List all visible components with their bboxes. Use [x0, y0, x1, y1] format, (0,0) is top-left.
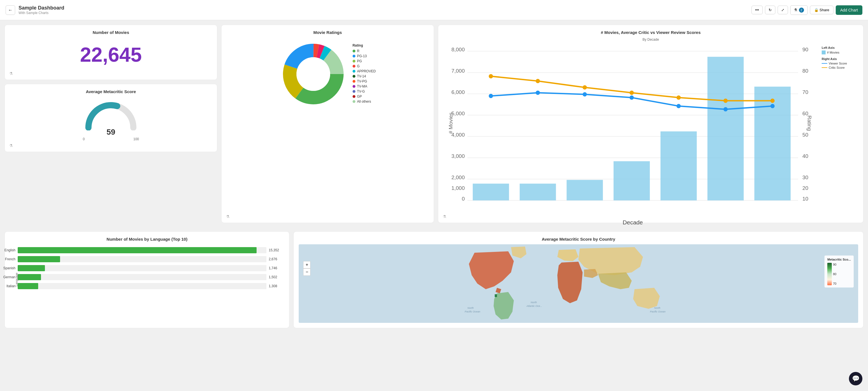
critic-line — [822, 67, 827, 68]
legend-values: 90 80 70 — [833, 263, 836, 285]
map-legend-title: Metacritic Sco... — [827, 258, 851, 261]
metacritic-filter-icon[interactable]: ⚗ — [9, 143, 13, 148]
legend-pg: PG — [352, 59, 376, 63]
legend-dot-gp — [352, 95, 355, 98]
bar-value-spanish: 1,746 — [269, 266, 281, 270]
bar-value-italian: 1,308 — [269, 284, 281, 288]
combo-filter-icon[interactable]: ⚗ — [443, 214, 446, 219]
zoom-in-button[interactable]: + — [303, 261, 310, 268]
movie-ratings-title: Movie Ratings — [226, 30, 429, 35]
bar-track-german — [18, 274, 267, 280]
legend-label-gp: GP — [357, 95, 362, 98]
donut-legend: Rating R PG-13 PG G — [352, 43, 376, 105]
svg-point-48 — [723, 107, 727, 111]
svg-text:7,000: 7,000 — [452, 68, 465, 74]
bar-row-spanish: Spanish 1,746 — [16, 265, 281, 271]
bar-row-german: German 1,502 — [16, 274, 281, 280]
legend-others: All others — [352, 100, 376, 103]
combo-chart-card: # Movies, Average Critic vs Viewer Revie… — [438, 25, 864, 223]
right-axis-section: Right Axis Viewer Score Critic Score — [822, 57, 856, 69]
legend-dot-pg — [352, 60, 355, 63]
expand-button[interactable]: ⤢ — [778, 6, 788, 14]
gauge-max: 100 — [133, 137, 139, 141]
metacritic-title: Average Metacritic Score — [10, 89, 212, 94]
refresh-button[interactable]: ↻ — [765, 6, 775, 14]
map-legend: Metacritic Sco... 90 80 70 — [825, 256, 854, 288]
svg-point-45 — [583, 92, 587, 97]
svg-text:30: 30 — [802, 174, 808, 181]
legend-dot-tvg — [352, 90, 355, 93]
svg-rect-38 — [566, 180, 603, 200]
svg-text:Pacific Ocean: Pacific Ocean — [465, 310, 480, 313]
movies-count-title: Number of Movies — [10, 30, 212, 35]
bar-label-italian: Italian — [0, 284, 16, 288]
share-button[interactable]: 🔒 Share — [810, 6, 834, 14]
bar-label-german: German — [0, 275, 16, 279]
svg-point-53 — [630, 91, 634, 95]
svg-text:# Movies: # Movies — [448, 112, 454, 134]
combo-legend: Left Axis # Movies Right Axis Viewer Sco… — [822, 43, 856, 215]
legend-critic: Critic Score — [822, 66, 856, 69]
svg-text:50: 50 — [802, 132, 808, 138]
gauge-svg — [83, 100, 139, 130]
combo-svg: 8,000 7,000 6,000 5,000 4,000 3,000 2,00… — [446, 43, 819, 214]
zoom-out-button[interactable]: − — [303, 268, 310, 276]
gauge-wrap — [83, 100, 139, 130]
legend-gp: GP — [352, 95, 376, 98]
more-button[interactable]: ••• — [751, 6, 763, 14]
legend-label-pg: PG — [357, 59, 362, 63]
donut-area: Rating R PG-13 PG G — [226, 38, 429, 110]
legend-label-tvpg: TV-PG — [357, 79, 367, 83]
combo-chart-area: 8,000 7,000 6,000 5,000 4,000 3,000 2,00… — [446, 43, 819, 215]
right-axis-label: Right Axis — [822, 57, 856, 61]
dashboard-subtitle: With Sample Charts — [19, 11, 64, 15]
back-button[interactable]: ← — [6, 5, 15, 15]
bar-fill-german — [18, 274, 41, 280]
map-svg: North Pacific Ocean North Atlantic Oce..… — [299, 244, 858, 323]
bar-row-english: English 15,352 — [16, 247, 281, 253]
legend-scale: 90 80 70 — [827, 263, 851, 285]
filter-icon: ⚗ — [794, 8, 797, 12]
svg-point-46 — [630, 95, 634, 100]
bar-value-german: 1,502 — [269, 275, 281, 279]
ratings-filter-icon[interactable]: ⚗ — [226, 214, 229, 219]
filter-button[interactable]: ⚗ 2 — [790, 5, 808, 15]
left-axis-section: Left Axis # Movies — [822, 46, 856, 55]
svg-point-50 — [489, 74, 493, 78]
viewer-line — [822, 63, 827, 64]
bar-track-spanish — [18, 265, 267, 271]
legend-label-tvg: TV-G — [357, 90, 365, 93]
legend-gradient — [827, 263, 832, 285]
svg-point-43 — [489, 94, 493, 98]
language-chart-area: Language English 15,352 French 2,676 Spa… — [10, 244, 284, 298]
header: ← Sample Dashboard With Sample Charts ••… — [0, 0, 868, 20]
legend-g: G — [352, 64, 376, 68]
legend-dot-tvpg — [352, 80, 355, 83]
map-zoom: + − — [303, 261, 310, 276]
svg-text:40: 40 — [802, 153, 808, 159]
svg-rect-37 — [520, 184, 556, 200]
bar-fill-spanish — [18, 265, 45, 271]
gauge-labels: 0 100 — [83, 137, 139, 141]
svg-text:Decade: Decade — [623, 219, 643, 226]
svg-point-52 — [583, 85, 587, 90]
legend-dot-others — [352, 100, 355, 103]
svg-rect-41 — [707, 57, 744, 200]
svg-point-54 — [677, 95, 681, 100]
legend-dot-g — [352, 65, 355, 68]
legend-tvma: TV-MA — [352, 85, 376, 88]
dashboard-title: Sample Dashboard — [19, 5, 64, 11]
legend-val-70: 70 — [833, 282, 836, 285]
add-chart-button[interactable]: Add Chart — [836, 5, 862, 15]
movies-count-value: 22,645 — [10, 38, 212, 75]
map-chart-card: Average Metacritic Score by Country — [293, 231, 864, 328]
legend-title: Rating — [352, 43, 376, 47]
bar-row-french: French 2,676 — [16, 256, 281, 262]
lang-y-label: Language — [15, 273, 18, 286]
movie-ratings-card: Movie Ratings Rating R — [221, 25, 434, 223]
legend-val-90: 90 — [833, 263, 836, 266]
legend-label-r: R — [357, 49, 360, 53]
bar-fill-italian — [18, 283, 38, 289]
bar-track-english — [18, 247, 267, 253]
movies-filter-icon[interactable]: ⚗ — [9, 71, 13, 76]
